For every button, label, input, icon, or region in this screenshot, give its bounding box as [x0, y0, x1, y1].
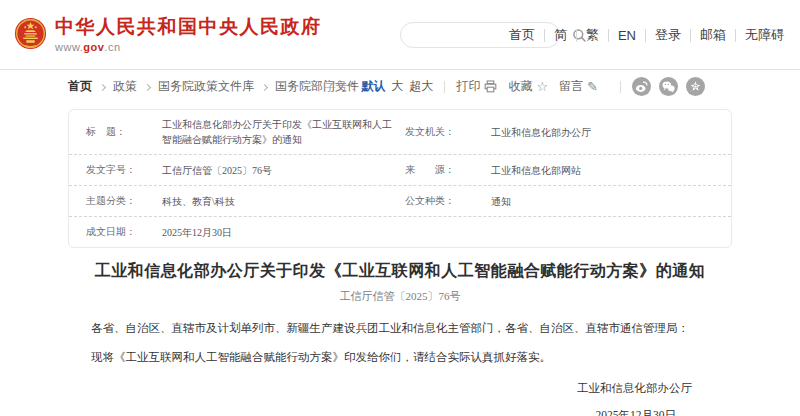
- font-size-default[interactable]: 默认: [361, 78, 385, 95]
- weibo-icon[interactable]: [632, 77, 651, 96]
- meta-label-category: 主题分类：: [86, 194, 162, 208]
- doc-number: 工信厅信管〔2025〕76号: [68, 289, 732, 304]
- meta-label-title: 标 题：: [86, 125, 162, 139]
- page-title: 工业和信息化部办公厅关于印发《工业互联网和人工智能融合赋能行动方案》的通知: [68, 261, 732, 282]
- gov-cn-page: 中华人民共和国中央人民政府 www.gov.cn 首页 简 繁 EN 登录 邮箱: [0, 0, 800, 416]
- meta-label-doc-type: 公文种类：: [405, 194, 491, 208]
- print-button[interactable]: 打印: [456, 78, 497, 95]
- share-star-icon[interactable]: [686, 77, 705, 96]
- breadcrumb-policy[interactable]: 政策: [113, 78, 137, 95]
- top-nav: 首页 简 繁 EN 登录 邮箱 无障碍: [500, 0, 793, 70]
- meta-label-source: 来 源：: [405, 163, 491, 177]
- nav-home[interactable]: 首页: [500, 26, 544, 44]
- meta-value-doc-number: 工信厅信管〔2025〕76号: [162, 163, 405, 178]
- toolbar: 首页 政策 国务院政策文件库 国务院部门文件 字号： 默认 大 超大 打印: [0, 70, 800, 103]
- font-size-label: 字号：: [323, 78, 359, 95]
- paragraph: 各省、自治区、直辖市及计划单列市、新疆生产建设兵团工业和信息化主管部门，各省、自…: [68, 321, 732, 336]
- chevron-right-icon: [99, 83, 106, 90]
- brand-text: 中华人民共和国中央人民政府 www.gov.cn: [55, 17, 322, 53]
- meta-value-category: 科技、教育\科技: [162, 194, 405, 209]
- comment-label: 留言: [559, 78, 583, 95]
- breadcrumb-home[interactable]: 首页: [68, 78, 92, 95]
- url-cn: .cn: [104, 41, 120, 53]
- pencil-icon: ✎: [587, 80, 598, 93]
- signature: 工业和信息化部办公厅: [68, 381, 732, 396]
- toolbar-divider: [620, 81, 621, 93]
- favorite-label: 收藏: [508, 78, 532, 95]
- table-row: 标 题： 工业和信息化部办公厅关于印发《工业互联网和人工智能融合赋能行动方案》的…: [69, 110, 731, 154]
- table-row: 成文日期： 2025年12月30日: [69, 216, 731, 247]
- site-header: 中华人民共和国中央人民政府 www.gov.cn 首页 简 繁 EN 登录 邮箱: [0, 0, 800, 70]
- font-size-xlarge[interactable]: 超大: [409, 78, 433, 95]
- meta-label-issuing-office: 发文机关：: [405, 125, 491, 139]
- meta-label-date: 成文日期：: [86, 225, 162, 239]
- breadcrumb: 首页 政策 国务院政策文件库 国务院部门文件: [68, 78, 359, 95]
- toolbar-divider: [444, 81, 445, 93]
- site-brand[interactable]: 中华人民共和国中央人民政府 www.gov.cn: [13, 16, 322, 53]
- favorite-button[interactable]: 收藏 ☆: [508, 78, 548, 95]
- document-content: 标 题： 工业和信息化部办公厅关于印发《工业互联网和人工智能融合赋能行动方案》的…: [68, 109, 732, 416]
- url-gov: gov: [83, 41, 104, 53]
- printer-icon: [484, 80, 497, 93]
- doc-meta-table: 标 题： 工业和信息化部办公厅关于印发《工业互联网和人工智能融合赋能行动方案》的…: [68, 109, 732, 248]
- comment-button[interactable]: 留言 ✎: [559, 78, 598, 95]
- chevron-right-icon: [144, 83, 151, 90]
- meta-value-doc-type: 通知: [491, 194, 731, 209]
- signature-date: 2025年12月30日: [68, 408, 732, 416]
- meta-label-doc-number: 发文字号：: [86, 163, 162, 177]
- wechat-icon[interactable]: [659, 77, 678, 96]
- nav-mail[interactable]: 邮箱: [691, 26, 735, 44]
- site-title: 中华人民共和国中央人民政府: [55, 17, 322, 37]
- nav-login[interactable]: 登录: [646, 26, 690, 44]
- breadcrumb-policy-library[interactable]: 国务院政策文件库: [158, 78, 254, 95]
- meta-value-source: 工业和信息化部网站: [491, 163, 731, 178]
- url-www: www.: [55, 41, 83, 53]
- site-url: www.gov.cn: [55, 41, 322, 53]
- nav-english[interactable]: EN: [609, 28, 645, 43]
- paragraph: 现将《工业互联网和人工智能融合赋能行动方案》印发给你们，请结合实际认真抓好落实。: [68, 350, 732, 365]
- table-row: 发文字号： 工信厅信管〔2025〕76号 来 源： 工业和信息化部网站: [69, 154, 731, 185]
- nav-simplified[interactable]: 简: [545, 26, 576, 44]
- nav-traditional[interactable]: 繁: [577, 26, 608, 44]
- meta-value-title: 工业和信息化部办公厅关于印发《工业互联网和人工智能融合赋能行动方案》的通知: [162, 117, 405, 147]
- chevron-right-icon: [261, 83, 268, 90]
- nav-accessibility[interactable]: 无障碍: [736, 26, 793, 44]
- font-size-large[interactable]: 大: [391, 78, 403, 95]
- print-label: 打印: [456, 78, 480, 95]
- toolbar-actions: 字号： 默认 大 超大 打印 收藏 ☆ 留言 ✎: [323, 70, 705, 103]
- meta-value-issuing-office: 工业和信息化部办公厅: [491, 125, 731, 140]
- star-icon: ☆: [536, 80, 548, 93]
- share-buttons: [632, 77, 705, 96]
- meta-value-date: 2025年12月30日: [162, 225, 405, 240]
- table-row: 主题分类： 科技、教育\科技 公文种类： 通知: [69, 185, 731, 216]
- national-emblem-icon: [13, 16, 48, 53]
